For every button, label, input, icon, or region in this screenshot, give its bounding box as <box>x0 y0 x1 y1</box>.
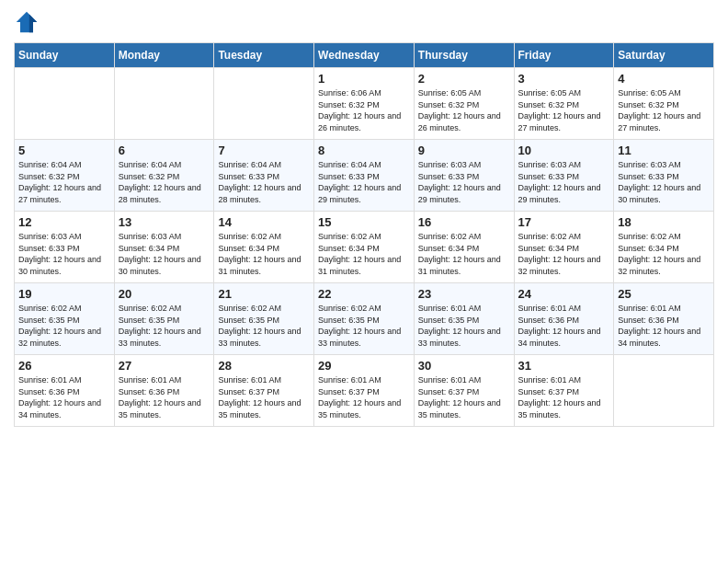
day-number: 3 <box>518 72 610 86</box>
day-info: Sunrise: 6:01 AM Sunset: 6:37 PM Dayligh… <box>218 374 310 420</box>
day-number: 6 <box>119 144 210 157</box>
calendar-cell: 24Sunrise: 6:01 AM Sunset: 6:36 PM Dayli… <box>514 283 614 355</box>
day-number: 26 <box>18 359 110 373</box>
day-info: Sunrise: 6:01 AM Sunset: 6:36 PM Dayligh… <box>618 303 710 349</box>
calendar-cell: 11Sunrise: 6:03 AM Sunset: 6:33 PM Dayli… <box>614 140 714 212</box>
day-info: Sunrise: 6:01 AM Sunset: 6:37 PM Dayligh… <box>318 374 410 420</box>
day-header-thursday: Thursday <box>414 43 514 68</box>
calendar-cell <box>614 355 714 427</box>
day-info: Sunrise: 6:01 AM Sunset: 6:36 PM Dayligh… <box>119 374 210 420</box>
day-info: Sunrise: 6:04 AM Sunset: 6:32 PM Dayligh… <box>18 159 110 205</box>
calendar-cell: 31Sunrise: 6:01 AM Sunset: 6:37 PM Dayli… <box>514 355 614 427</box>
day-info: Sunrise: 6:02 AM Sunset: 6:34 PM Dayligh… <box>318 231 410 277</box>
day-number: 19 <box>18 287 110 301</box>
calendar-cell: 23Sunrise: 6:01 AM Sunset: 6:35 PM Dayli… <box>414 283 514 355</box>
calendar-cell: 9Sunrise: 6:03 AM Sunset: 6:33 PM Daylig… <box>414 140 514 212</box>
calendar-cell: 1Sunrise: 6:06 AM Sunset: 6:32 PM Daylig… <box>314 68 415 140</box>
day-info: Sunrise: 6:02 AM Sunset: 6:34 PM Dayligh… <box>518 231 610 277</box>
calendar-cell: 10Sunrise: 6:03 AM Sunset: 6:33 PM Dayli… <box>514 140 614 212</box>
day-number: 10 <box>518 144 610 157</box>
day-number: 18 <box>618 215 710 229</box>
day-header-wednesday: Wednesday <box>314 43 415 68</box>
calendar-cell: 22Sunrise: 6:02 AM Sunset: 6:35 PM Dayli… <box>314 283 415 355</box>
day-info: Sunrise: 6:04 AM Sunset: 6:33 PM Dayligh… <box>318 159 410 205</box>
day-header-monday: Monday <box>114 43 214 68</box>
calendar-cell: 16Sunrise: 6:02 AM Sunset: 6:34 PM Dayli… <box>414 212 514 283</box>
page-container: SundayMondayTuesdayWednesdayThursdayFrid… <box>0 0 728 436</box>
week-row-3: 12Sunrise: 6:03 AM Sunset: 6:33 PM Dayli… <box>15 212 714 283</box>
calendar-cell: 26Sunrise: 6:01 AM Sunset: 6:36 PM Dayli… <box>15 355 115 427</box>
day-header-sunday: Sunday <box>15 43 115 68</box>
day-info: Sunrise: 6:03 AM Sunset: 6:33 PM Dayligh… <box>18 231 110 277</box>
week-row-4: 19Sunrise: 6:02 AM Sunset: 6:35 PM Dayli… <box>15 283 714 355</box>
header <box>14 9 714 35</box>
day-number: 1 <box>318 72 410 86</box>
day-info: Sunrise: 6:02 AM Sunset: 6:34 PM Dayligh… <box>618 231 710 277</box>
week-row-5: 26Sunrise: 6:01 AM Sunset: 6:36 PM Dayli… <box>15 355 714 427</box>
day-number: 8 <box>318 144 410 157</box>
calendar-cell: 19Sunrise: 6:02 AM Sunset: 6:35 PM Dayli… <box>15 283 115 355</box>
calendar-cell: 6Sunrise: 6:04 AM Sunset: 6:32 PM Daylig… <box>114 140 214 212</box>
calendar-cell: 28Sunrise: 6:01 AM Sunset: 6:37 PM Dayli… <box>214 355 314 427</box>
day-number: 2 <box>418 72 510 86</box>
calendar-cell: 30Sunrise: 6:01 AM Sunset: 6:37 PM Dayli… <box>414 355 514 427</box>
day-number: 22 <box>318 287 410 301</box>
day-number: 30 <box>418 359 510 373</box>
day-number: 28 <box>218 359 310 373</box>
day-info: Sunrise: 6:04 AM Sunset: 6:33 PM Dayligh… <box>218 159 310 205</box>
day-header-saturday: Saturday <box>614 43 714 68</box>
day-header-tuesday: Tuesday <box>214 43 314 68</box>
day-info: Sunrise: 6:03 AM Sunset: 6:33 PM Dayligh… <box>418 159 510 205</box>
day-number: 11 <box>618 144 710 157</box>
day-number: 31 <box>518 359 610 373</box>
calendar-cell: 2Sunrise: 6:05 AM Sunset: 6:32 PM Daylig… <box>414 68 514 140</box>
day-number: 12 <box>18 215 110 229</box>
calendar-cell: 8Sunrise: 6:04 AM Sunset: 6:33 PM Daylig… <box>314 140 415 212</box>
logo-icon <box>14 9 40 35</box>
calendar-cell: 4Sunrise: 6:05 AM Sunset: 6:32 PM Daylig… <box>614 68 714 140</box>
day-number: 4 <box>618 72 710 86</box>
day-info: Sunrise: 6:01 AM Sunset: 6:36 PM Dayligh… <box>18 374 110 420</box>
calendar-cell: 13Sunrise: 6:03 AM Sunset: 6:34 PM Dayli… <box>114 212 214 283</box>
days-header-row: SundayMondayTuesdayWednesdayThursdayFrid… <box>15 43 714 68</box>
day-number: 23 <box>418 287 510 301</box>
day-number: 16 <box>418 215 510 229</box>
calendar-cell: 29Sunrise: 6:01 AM Sunset: 6:37 PM Dayli… <box>314 355 415 427</box>
calendar-cell: 27Sunrise: 6:01 AM Sunset: 6:36 PM Dayli… <box>114 355 214 427</box>
day-info: Sunrise: 6:02 AM Sunset: 6:35 PM Dayligh… <box>218 303 310 349</box>
day-info: Sunrise: 6:05 AM Sunset: 6:32 PM Dayligh… <box>518 87 610 133</box>
calendar-cell: 7Sunrise: 6:04 AM Sunset: 6:33 PM Daylig… <box>214 140 314 212</box>
day-info: Sunrise: 6:02 AM Sunset: 6:34 PM Dayligh… <box>418 231 510 277</box>
day-number: 5 <box>18 144 110 157</box>
day-info: Sunrise: 6:03 AM Sunset: 6:33 PM Dayligh… <box>618 159 710 205</box>
calendar-cell <box>214 68 314 140</box>
day-info: Sunrise: 6:02 AM Sunset: 6:35 PM Dayligh… <box>18 303 110 349</box>
day-number: 14 <box>218 215 310 229</box>
day-info: Sunrise: 6:02 AM Sunset: 6:34 PM Dayligh… <box>218 231 310 277</box>
calendar-cell: 25Sunrise: 6:01 AM Sunset: 6:36 PM Dayli… <box>614 283 714 355</box>
day-number: 9 <box>418 144 510 157</box>
day-info: Sunrise: 6:05 AM Sunset: 6:32 PM Dayligh… <box>618 87 710 133</box>
svg-marker-1 <box>29 15 37 33</box>
calendar-cell: 20Sunrise: 6:02 AM Sunset: 6:35 PM Dayli… <box>114 283 214 355</box>
day-info: Sunrise: 6:02 AM Sunset: 6:35 PM Dayligh… <box>318 303 410 349</box>
calendar-cell: 18Sunrise: 6:02 AM Sunset: 6:34 PM Dayli… <box>614 212 714 283</box>
day-header-friday: Friday <box>514 43 614 68</box>
day-number: 29 <box>318 359 410 373</box>
calendar-cell: 17Sunrise: 6:02 AM Sunset: 6:34 PM Dayli… <box>514 212 614 283</box>
day-number: 13 <box>119 215 210 229</box>
day-info: Sunrise: 6:05 AM Sunset: 6:32 PM Dayligh… <box>418 87 510 133</box>
day-number: 15 <box>318 215 410 229</box>
logo <box>14 9 43 35</box>
day-info: Sunrise: 6:04 AM Sunset: 6:32 PM Dayligh… <box>119 159 210 205</box>
day-info: Sunrise: 6:01 AM Sunset: 6:35 PM Dayligh… <box>418 303 510 349</box>
day-info: Sunrise: 6:02 AM Sunset: 6:35 PM Dayligh… <box>119 303 210 349</box>
day-number: 21 <box>218 287 310 301</box>
day-number: 20 <box>119 287 210 301</box>
calendar-cell: 3Sunrise: 6:05 AM Sunset: 6:32 PM Daylig… <box>514 68 614 140</box>
day-info: Sunrise: 6:01 AM Sunset: 6:36 PM Dayligh… <box>518 303 610 349</box>
week-row-2: 5Sunrise: 6:04 AM Sunset: 6:32 PM Daylig… <box>15 140 714 212</box>
calendar-cell: 14Sunrise: 6:02 AM Sunset: 6:34 PM Dayli… <box>214 212 314 283</box>
calendar-cell <box>15 68 115 140</box>
day-number: 17 <box>518 215 610 229</box>
